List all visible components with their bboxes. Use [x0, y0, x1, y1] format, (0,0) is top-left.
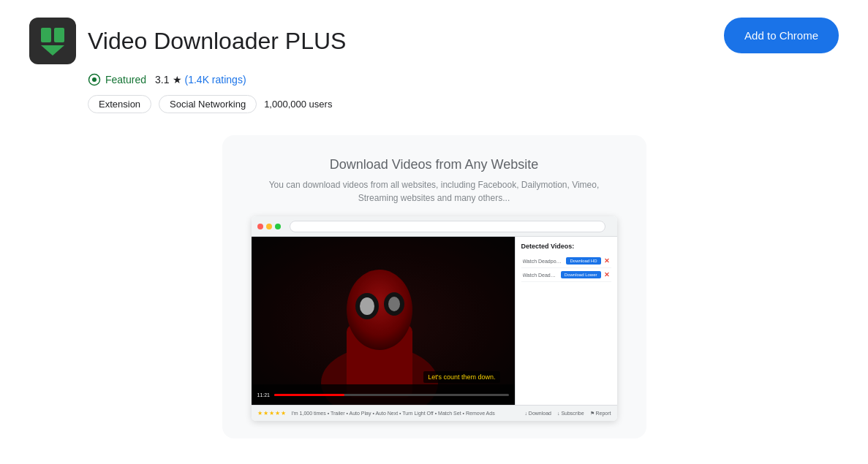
browser-dot-red [257, 224, 263, 229]
preview-card: Download Videos from Any Website You can… [222, 135, 646, 438]
preview-description: You can download videos from all website… [252, 178, 617, 205]
star-icon: ★ [173, 74, 182, 85]
header-section: Video Downloader PLUS Add to Chrome [29, 18, 839, 64]
preview-section: Download Videos from Any Website You can… [29, 135, 839, 438]
sidebar-panel: Detected Videos: Watch Deadpool 2019 Onl… [515, 237, 617, 405]
detected-item-2: Watch Deadpool 2019 Online | Free Movies… [521, 268, 611, 282]
video-caption: Let's count them down. [423, 371, 499, 383]
svg-rect-1 [54, 28, 64, 42]
app-icon [29, 18, 76, 64]
svg-rect-0 [41, 28, 51, 42]
add-to-chrome-button[interactable]: Add to Chrome [724, 18, 839, 53]
control-time: 11:21 [257, 392, 271, 398]
download-action[interactable]: ↓ Download [524, 411, 551, 416]
remove-button-1[interactable]: ✕ [604, 257, 610, 265]
star-4: ★ [275, 410, 280, 417]
star-rating-small: ★ ★ ★ ★ ★ [257, 410, 286, 417]
bottom-bar: ★ ★ ★ ★ ★ I'm 1,000 times • Trailer • Au… [252, 405, 617, 421]
progress-bar[interactable] [274, 394, 508, 396]
svg-point-4 [92, 77, 97, 82]
sidebar-detected-title: Detected Videos: [521, 243, 611, 250]
meta-row: Featured 3.1 ★ (1.4K ratings) [88, 73, 839, 86]
tag-extension[interactable]: Extension [88, 95, 151, 113]
star-3: ★ [269, 410, 274, 417]
browser-mockup: Let's count them down. 11:21 Detected Vi… [252, 216, 617, 421]
browser-bar [252, 216, 617, 237]
svg-marker-2 [41, 45, 64, 56]
ratings-link[interactable]: (1.4K ratings) [185, 74, 246, 85]
video-area: Let's count them down. 11:21 [252, 237, 515, 405]
detected-label-1: Watch Deadpool 2019 Online | Free Movies [523, 259, 564, 264]
preview-headline: Download Videos from Any Website [330, 157, 539, 172]
tag-social-networking[interactable]: Social Networking [159, 95, 257, 113]
browser-dot-yellow [266, 224, 272, 229]
app-title: Video Downloader PLUS [88, 27, 346, 55]
star-1: ★ [257, 410, 263, 417]
app-icon-svg [38, 26, 67, 56]
detected-item-1: Watch Deadpool 2019 Online | Free Movies… [521, 254, 611, 268]
browser-url-bar [290, 221, 605, 232]
bottom-bar-actions: ↓ Download ↓ Subscribe ⚑ Report [524, 411, 611, 417]
progress-fill [274, 394, 344, 396]
tags-row: Extension Social Networking 1,000,000 us… [88, 95, 839, 113]
browser-content: Let's count them down. 11:21 Detected Vi… [252, 237, 617, 405]
download-button-2[interactable]: Download Lower [561, 271, 601, 278]
rating-section: 3.1 ★ (1.4K ratings) [155, 74, 246, 85]
remove-button-2[interactable]: ✕ [604, 271, 610, 278]
star-5: ★ [281, 410, 286, 417]
featured-icon [88, 73, 101, 86]
video-controls: 11:21 [252, 384, 515, 405]
rating-number: 3.1 [155, 74, 169, 85]
header-left: Video Downloader PLUS [29, 18, 346, 64]
featured-label: Featured [105, 74, 146, 85]
subscribe-action[interactable]: ↓ Subscribe [557, 411, 584, 416]
detected-label-2: Watch Deadpool 2019 Online | Free Movies [523, 273, 558, 278]
featured-badge: Featured [88, 73, 146, 86]
download-button-1[interactable]: Download HD [566, 257, 600, 265]
browser-dot-green [275, 224, 281, 229]
report-action[interactable]: ⚑ Report [590, 411, 611, 417]
bottom-bar-info: I'm 1,000 times • Trailer • Auto Play • … [292, 411, 495, 416]
users-count: 1,000,000 users [264, 99, 332, 110]
star-2: ★ [263, 410, 268, 417]
